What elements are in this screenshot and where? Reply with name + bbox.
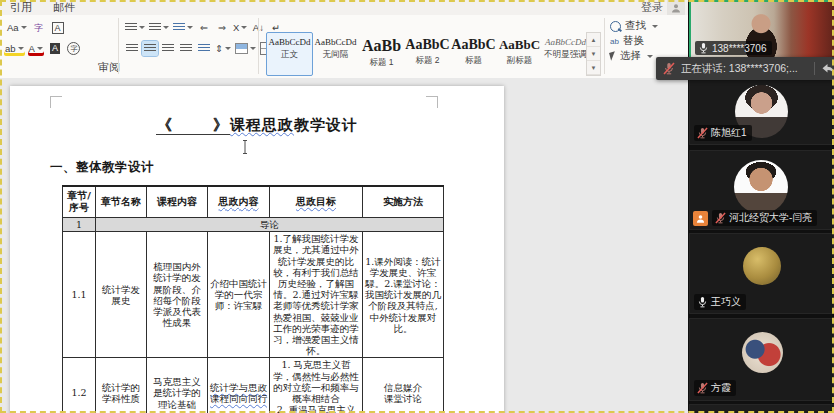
avatar [743,247,781,285]
character-shading-button[interactable]: A [47,41,63,56]
numbering-button[interactable] [148,20,170,35]
replace-button[interactable]: ab 替换 [610,34,644,48]
multilevel-list-button[interactable] [172,20,194,35]
distribute-button[interactable] [196,41,212,56]
tab-references[interactable]: 引用 [10,0,32,15]
find-button[interactable]: 查找 [610,19,658,33]
line-spacing-button[interactable]: ⇕ [214,41,232,56]
style-normal[interactable]: AaBbCcDd 正文 [266,32,313,76]
table-row: 1.2 统计学的学科性质 马克思主义是统计学的理论基础 统计学与思政课程同向同行… [63,358,444,413]
style-title[interactable]: AaBbC 标题 [450,32,497,76]
gallery-down-button[interactable]: ▼ [587,47,600,61]
style-subtitle[interactable]: AaBbC 副标题 [496,32,543,76]
font-color-button[interactable]: A [28,41,44,56]
bullets-button[interactable] [124,20,146,35]
shared-screen: 引用 邮件 审阅 视图 登录 Aa 字 A ab A A [0,0,834,413]
teaching-design-table: 章节/序号 章节名称 课程内容 思政内容 思政目标 实施方法 1 导论 1.1 … [62,185,444,413]
participant-name-chip: 138****3706 [695,41,772,55]
col-chapter-no: 章节/序号 [63,186,96,218]
participant-tile[interactable]: 河北经贸大学-闫亮 [689,150,834,230]
account-avatar-icon[interactable] [667,0,685,15]
mic-muted-icon [697,127,708,139]
align-left-button[interactable] [124,41,140,56]
table-section-row: 1 导论 [63,218,444,232]
col-ideology-content: 思政内容 [208,186,270,218]
character-border-button[interactable]: A [50,20,66,35]
mic-muted-icon [697,382,708,394]
mic-muted-icon [715,212,726,224]
text-cursor-ibeam [241,139,249,159]
participant-name-chip: 方霞 [694,380,736,396]
toast-divider [814,62,815,75]
ribbon: 引用 邮件 审阅 视图 登录 Aa 字 A ab A A [0,0,688,79]
tab-mailings[interactable]: 邮件 [53,0,75,15]
replace-icon: ab [610,37,619,46]
decrease-indent-button[interactable]: ⇐ [196,20,212,35]
participant-name-chip: 王巧义 [694,294,746,310]
word-window: 引用 邮件 审阅 视图 登录 Aa 字 A ab A A [0,0,688,413]
participant-tile[interactable]: 王巧义 [689,233,834,314]
avatar [734,160,788,214]
margin-mark-top-right [426,96,438,108]
style-no-spacing[interactable]: AaBbCcDd 无间隔 [312,32,359,76]
participant-tile-active-speaker[interactable]: 138****3706 [689,0,834,61]
style-heading2[interactable]: AaBbC 标题 2 [404,32,451,76]
select-cursor-icon [609,51,617,60]
reply-arrow-icon[interactable] [821,63,834,75]
participant-tile-partial[interactable] [689,404,834,413]
phonetic-guide-button[interactable]: 字 [31,20,47,35]
shading-button[interactable] [234,41,257,56]
mic-muted-icon [663,62,675,75]
enclose-characters-button[interactable]: 字 [66,41,82,56]
avatar [742,332,783,373]
table-header-row: 章节/序号 章节名称 课程内容 思政内容 思政目标 实施方法 [63,186,444,218]
table-row: 1.1 统计学发展史 梳理国内外统计学的发展阶段、介绍每个阶段学派及代表性成果 … [63,232,444,358]
col-course-content: 课程内容 [147,186,208,218]
sign-in-link[interactable]: 登录 [641,0,663,15]
participant-tile[interactable]: 方霞 [689,318,834,401]
ribbon-tab-bar: 引用 邮件 审阅 视图 登录 [0,0,688,15]
speaking-toast-text: 正在讲话: 138****3706;... [681,62,808,76]
find-icon [610,21,621,32]
style-gallery-scroll: ▲ ▼ ▼ [586,32,601,76]
align-center-button[interactable] [142,41,158,56]
document-page[interactable]: 《》课程思政教学设计 一、整体教学设计 章节/序号 章节名称 课程内容 [10,86,504,413]
col-chapter-name: 章节名称 [96,186,147,218]
asian-layout-button[interactable]: X [232,20,248,35]
text-highlight-color-button[interactable]: ab [4,41,25,56]
speaking-toast: 正在讲话: 138****3706;... [656,57,834,80]
col-ideology-goal: 思政目标 [270,186,363,218]
mic-on-icon [697,296,708,308]
participant-name-chip: 陈旭红1 [694,125,752,141]
gallery-up-button[interactable]: ▲ [587,33,600,47]
ribbon-body: Aa 字 A ab A A 字 ⇐ ⇒ [0,15,688,62]
style-subtle-emphasis[interactable]: AaBbCcDd 不明显强调 [542,32,589,76]
col-method: 实施方法 [363,186,444,218]
participant-name-chip: 河北经贸大学-闫亮 [712,210,817,226]
increase-indent-button[interactable]: ⇒ [214,20,230,35]
justify-button[interactable] [178,41,194,56]
document-title: 《》课程思政教学设计 [10,116,504,135]
host-badge-icon [693,211,708,226]
section-heading: 一、整体教学设计 [50,159,504,176]
change-case-button[interactable]: Aa [6,20,28,35]
mic-on-icon [698,42,709,54]
document-canvas: 《》课程思政教学设计 一、整体教学设计 章节/序号 章节名称 课程内容 [0,78,672,413]
align-right-button[interactable] [160,41,176,56]
gallery-more-button[interactable]: ▼ [587,61,600,75]
style-heading1[interactable]: AaBb 标题 1 [358,32,405,76]
select-button[interactable]: 选择 [610,49,653,63]
margin-mark-top-left [50,96,62,108]
